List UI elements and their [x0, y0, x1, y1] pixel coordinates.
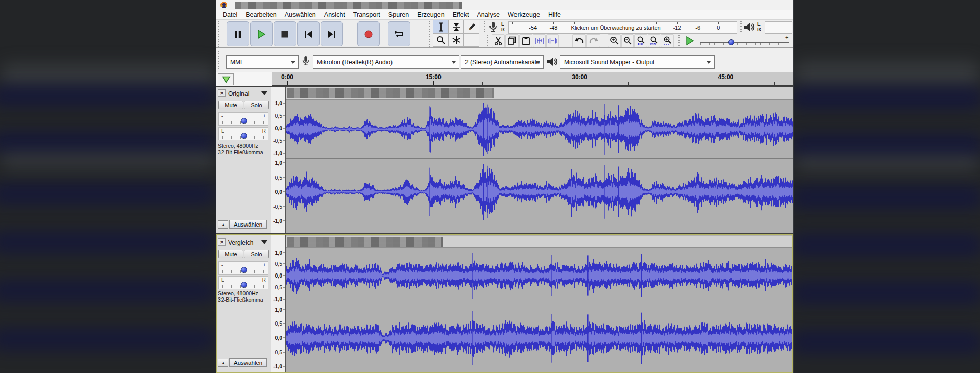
record-meter-mic[interactable] [488, 21, 500, 33]
speaker-icon [546, 56, 558, 67]
menu-spuren[interactable]: Spuren [384, 11, 413, 19]
trim-outside-button[interactable] [533, 34, 546, 47]
speed-slider-thumb[interactable] [728, 39, 734, 45]
playback-meter-grip[interactable] [739, 21, 743, 34]
track-vergleich-vertical-ruler[interactable]: 1,00,50,0-0,5-1,01,00,50,0-0,5-1,0 [271, 235, 286, 373]
close-track-button[interactable]: × [218, 89, 226, 97]
undo-button[interactable] [572, 34, 586, 47]
gain-slider-thumb[interactable] [241, 118, 247, 124]
menu-hilfe[interactable]: Hilfe [544, 11, 565, 19]
timeline-minor-tick [531, 82, 531, 85]
solo-button[interactable]: Solo [244, 101, 269, 109]
play-at-speed-button[interactable] [682, 34, 697, 47]
menu-analyse[interactable]: Analyse [473, 11, 503, 19]
menu-datei[interactable]: Datei [218, 11, 241, 19]
timeline-minor-tick [628, 82, 629, 85]
audio-host-select[interactable]: MME [226, 55, 299, 69]
amplitude-tick [283, 192, 285, 192]
device-toolbar-grip[interactable] [217, 51, 220, 70]
select-track-button[interactable]: Auswählen [229, 358, 267, 367]
clip-header[interactable] [286, 87, 793, 100]
play-button[interactable] [250, 21, 273, 46]
waveform-original-right[interactable] [286, 159, 793, 234]
multi-tool-button[interactable] [448, 33, 464, 47]
waveform-original-left[interactable] [286, 100, 793, 158]
pan-slider-thumb[interactable] [241, 282, 247, 288]
tools-toolbar-grip[interactable] [428, 21, 431, 47]
pan-slider-thumb[interactable] [241, 133, 247, 139]
menu-transport[interactable]: Transport [349, 11, 384, 19]
titlebar[interactable] [216, 0, 793, 10]
silence-button[interactable] [546, 34, 559, 47]
cut-button[interactable] [492, 34, 505, 47]
pan-slider[interactable]: L R [218, 276, 268, 289]
waveform-vergleich-left[interactable] [286, 248, 793, 305]
draw-tool-button[interactable] [463, 20, 479, 34]
zoom-tool-button[interactable] [433, 33, 449, 47]
amplitude-label: 0,0 [275, 189, 282, 195]
solo-button[interactable]: Solo [244, 250, 269, 258]
edit-toolbar-grip[interactable] [486, 35, 489, 47]
pan-slider[interactable]: L R [218, 127, 268, 140]
track-menu-chevron-icon[interactable] [261, 91, 267, 95]
envelope-tool-button[interactable] [448, 20, 464, 34]
menu-werkzeuge[interactable]: Werkzeuge [504, 11, 544, 19]
gain-slider[interactable]: - + [218, 112, 268, 126]
microphone-icon [301, 55, 310, 67]
copy-button[interactable] [505, 34, 519, 47]
transport-toolbar-grip[interactable] [217, 21, 220, 47]
selection-tool-button[interactable] [433, 20, 449, 34]
select-track-button[interactable]: Auswählen [229, 220, 267, 229]
zoom-out-button[interactable] [621, 34, 634, 47]
mute-button[interactable]: Mute [218, 101, 243, 109]
meter-scale-label: -12 [673, 24, 681, 31]
zoom-project-button[interactable] [648, 34, 660, 47]
record-meter-message[interactable]: Klicken um Überwachung zu starten [571, 24, 661, 31]
zoom-selection-button[interactable] [634, 34, 647, 47]
track-original-waveform-area[interactable] [286, 87, 793, 234]
playback-device-select[interactable]: Microsoft Sound Mapper - Output [560, 55, 715, 69]
record-meter[interactable]: Klicken um Überwachung zu starten -54-48… [508, 21, 737, 34]
recording-device-select[interactable]: Mikrofon (Realtek(R) Audio) [313, 55, 459, 69]
redo-button[interactable] [586, 34, 600, 47]
record-button[interactable] [357, 21, 380, 46]
clip-header[interactable] [286, 236, 793, 248]
track-original-vertical-ruler[interactable]: 1,00,50,0-0,5-1,01,00,50,0-0,5-1,0 [271, 87, 286, 234]
track-vergleich-waveform-area[interactable] [286, 235, 793, 373]
menu-bearbeiten[interactable]: Bearbeiten [241, 11, 280, 19]
zoom-toggle-button[interactable] [661, 34, 674, 47]
menu-erzeugen[interactable]: Erzeugen [413, 11, 449, 19]
quickplay-button[interactable] [218, 73, 234, 85]
track-menu-chevron-icon[interactable] [261, 240, 267, 244]
amplitude-tick [283, 338, 285, 338]
playback-meter-speaker[interactable] [743, 21, 756, 33]
track-title[interactable]: Vergleich [228, 239, 253, 246]
background-blur-shape [0, 132, 216, 152]
zoom-in-button[interactable] [608, 34, 621, 47]
gain-slider[interactable]: - + [218, 261, 268, 275]
track-title[interactable]: Original [228, 90, 249, 97]
mute-button[interactable]: Mute [218, 250, 243, 258]
collapse-track-button[interactable]: ▲ [218, 220, 228, 229]
record-meter-grip[interactable] [483, 21, 486, 34]
timeline-label: 45:00 [718, 73, 734, 81]
paste-button[interactable] [519, 34, 532, 47]
collapse-track-button[interactable]: ▲ [218, 359, 228, 367]
pan-right-label: R [262, 277, 266, 283]
close-track-button[interactable]: × [218, 238, 226, 246]
waveform-vergleich-right[interactable] [286, 305, 793, 373]
amplitude-label: -1,0 [273, 296, 282, 302]
pause-button[interactable] [227, 21, 249, 46]
skip-to-start-button[interactable] [297, 21, 320, 46]
menu-effekt[interactable]: Effekt [449, 11, 473, 19]
menu-ansicht[interactable]: Ansicht [320, 11, 349, 19]
recording-channels-select[interactable]: 2 (Stereo) Aufnahmekanäle [461, 55, 544, 69]
skip-to-end-button[interactable] [321, 21, 343, 46]
gain-slider-thumb[interactable] [241, 267, 247, 273]
loop-button[interactable] [388, 21, 410, 46]
stop-button[interactable] [274, 21, 296, 46]
play-at-speed-grip[interactable] [677, 35, 681, 47]
timeline-ruler[interactable]: 0:0015:0030:0045:00 [272, 72, 793, 86]
playback-meter[interactable] [765, 21, 792, 34]
menu-auswhlen[interactable]: Auswählen [281, 11, 320, 19]
